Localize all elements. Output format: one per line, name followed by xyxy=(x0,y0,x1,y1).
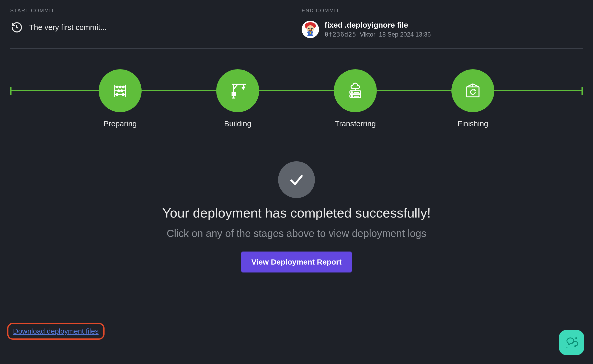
svg-line-26 xyxy=(234,84,238,89)
svg-point-17 xyxy=(116,86,118,88)
stage-building-label: Building xyxy=(224,119,252,128)
deployment-timeline: Preparing Building xyxy=(10,69,583,128)
svg-point-9 xyxy=(305,32,308,36)
svg-point-7 xyxy=(309,28,311,30)
start-commit-section: START COMMIT The very first commit... xyxy=(10,8,291,38)
svg-point-19 xyxy=(122,86,124,88)
commit-hash: 0f236d25 xyxy=(325,31,356,38)
author-avatar xyxy=(302,21,319,38)
stage-finishing[interactable]: Finishing xyxy=(451,69,494,128)
stage-building[interactable]: Building xyxy=(216,69,259,128)
svg-point-34 xyxy=(351,92,352,93)
svg-point-18 xyxy=(119,86,121,88)
end-commit-title: fixed .deployignore file xyxy=(325,21,431,29)
start-commit-content: The very first commit... xyxy=(10,21,291,34)
transferring-icon xyxy=(334,69,377,112)
end-commit-section: END COMMIT fixed xyxy=(302,8,583,38)
end-commit-label: END COMMIT xyxy=(302,8,583,14)
svg-point-23 xyxy=(122,94,124,96)
svg-point-10 xyxy=(312,32,315,36)
svg-point-20 xyxy=(118,90,120,92)
end-commit-meta: 0f236d25 Viktor 18 Sep 2024 13:36 xyxy=(325,31,431,38)
result-section: Your deployment has completed successful… xyxy=(10,161,583,272)
commit-header: START COMMIT The very first commit... EN… xyxy=(10,8,583,38)
stage-transferring-label: Transferring xyxy=(335,119,376,128)
start-commit-label: START COMMIT xyxy=(10,8,291,14)
svg-point-22 xyxy=(116,94,118,96)
svg-point-4 xyxy=(308,28,310,29)
stage-transferring[interactable]: Transferring xyxy=(334,69,377,128)
download-deployment-files-link[interactable]: Download deployment files xyxy=(13,327,99,335)
success-check-icon xyxy=(278,161,315,198)
svg-point-11 xyxy=(310,32,311,34)
chat-support-button[interactable] xyxy=(559,330,584,355)
stage-finishing-label: Finishing xyxy=(458,119,488,128)
svg-point-37 xyxy=(351,96,352,97)
finishing-icon xyxy=(451,69,494,112)
download-link-highlight: Download deployment files xyxy=(7,323,105,340)
stage-preparing-label: Preparing xyxy=(104,119,137,128)
result-subtitle: Click on any of the stages above to view… xyxy=(167,228,426,239)
end-commit-content: fixed .deployignore file 0f236d25 Viktor… xyxy=(302,21,583,38)
stages-row: Preparing Building xyxy=(10,69,583,128)
building-icon xyxy=(216,69,259,112)
start-commit-message: The very first commit... xyxy=(29,23,107,32)
view-report-button[interactable]: View Deployment Report xyxy=(241,252,352,272)
result-title: Your deployment has completed successful… xyxy=(162,205,431,221)
end-commit-details: fixed .deployignore file 0f236d25 Viktor… xyxy=(325,21,431,38)
commit-date: 18 Sep 2024 13:36 xyxy=(379,31,431,38)
divider xyxy=(10,48,583,49)
history-icon xyxy=(10,21,24,34)
svg-rect-39 xyxy=(467,87,479,97)
commit-author: Viktor xyxy=(360,31,375,38)
preparing-icon xyxy=(99,69,142,112)
svg-point-21 xyxy=(121,90,123,92)
stage-preparing[interactable]: Preparing xyxy=(99,69,142,128)
svg-point-5 xyxy=(311,28,313,29)
